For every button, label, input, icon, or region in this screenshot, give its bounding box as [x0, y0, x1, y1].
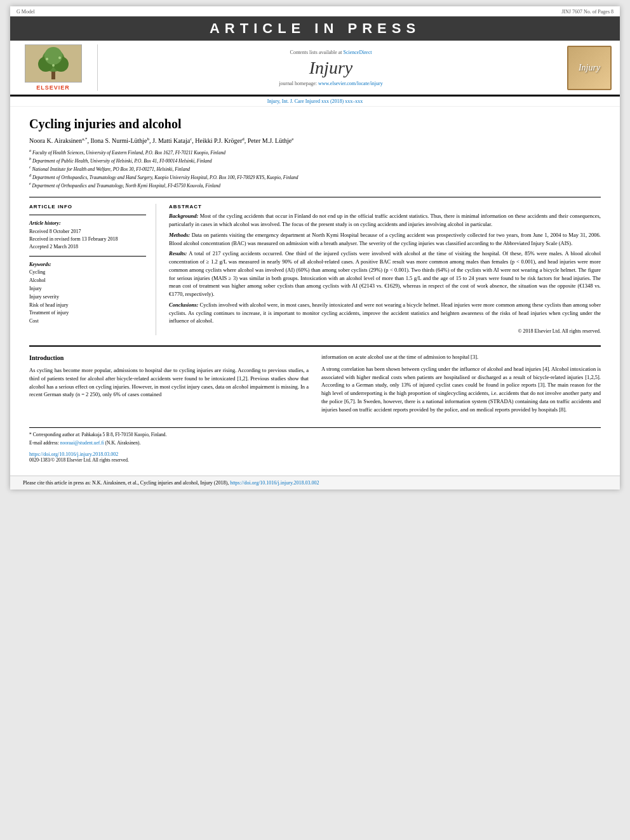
intro-title: Introduction	[29, 353, 309, 363]
results-label: Results:	[169, 250, 187, 257]
separator-line	[29, 197, 601, 197]
results-text: A total of 217 cycling accidents occurre…	[169, 250, 601, 297]
injury-badge-inner: Injury	[567, 46, 612, 90]
corresponding-author: * Corresponding author at: Pahkakuja 5 B…	[29, 432, 601, 439]
abstract-methods: Methods: Data on patients visiting the e…	[169, 231, 601, 248]
conclusions-label: Conclusions:	[169, 302, 198, 308]
abstract-results: Results: A total of 217 cycling accident…	[169, 250, 601, 298]
doi-link[interactable]: https://doi.org/10.1016/j.injury.2018.03…	[29, 451, 118, 457]
methods-text: Data on patients visiting the emergency …	[169, 232, 601, 246]
body-right-col: information on acute alcohol use at the …	[321, 353, 601, 417]
affiliation-d: d Department of Orthopaedics, Traumatolo…	[29, 173, 601, 181]
journal-homepage-link[interactable]: www.elsevier.com/locate/injury	[318, 81, 383, 86]
received-date: Received 8 October 2017	[29, 228, 146, 236]
body-para-right-2: A strong correlation has been shown betw…	[321, 365, 601, 414]
email-footnote: E-mail address: nooraai@student.uef.fi (…	[29, 440, 601, 447]
history-label: Article history:	[29, 220, 146, 226]
footnote-section: * Corresponding author at: Pahkakuja 5 B…	[29, 427, 601, 446]
abstract-background: Background: Most of the cycling accident…	[169, 212, 601, 229]
body-content: Introduction As cycling has become more …	[29, 345, 601, 463]
elsevier-text: ELSEVIER	[36, 84, 70, 91]
affiliation-b: b Department of Public Health, Universit…	[29, 156, 601, 164]
elsevier-tree-image	[25, 44, 82, 83]
copyright: © 2018 Elsevier Ltd. All rights reserved…	[169, 328, 601, 335]
injury-badge: Injury	[564, 44, 615, 91]
keyword-cost: Cost	[29, 317, 146, 326]
two-col-layout: ARTICLE INFO Article history: Received 8…	[29, 204, 601, 335]
authors-line: Noora K. Airaksinena,*, a,*, Ilona S. Nu…	[29, 137, 601, 144]
citation-line: Injury, Int. J. Care Injured xxx (2018) …	[10, 97, 620, 107]
journal-ref: JINJ 7607 No. of Pages 8	[561, 9, 613, 15]
article-info-sep	[29, 215, 146, 215]
methods-label: Methods:	[169, 232, 190, 238]
affiliation-a: a Faculty of Health Sciences, University…	[29, 148, 601, 156]
abstract-text: Background: Most of the cycling accident…	[169, 212, 601, 335]
body-left-text: As cycling has become more popular, admi…	[29, 366, 309, 399]
keywords-sep	[29, 256, 146, 257]
svg-point-6	[46, 58, 48, 60]
conclusions-text: Cyclists involved with alcohol were, in …	[169, 302, 601, 324]
article-info-heading: ARTICLE INFO	[29, 204, 146, 210]
article-in-press-bar: ARTICLE IN PRESS	[10, 17, 620, 41]
top-banner: G Model JINJ 7607 No. of Pages 8	[10, 6, 620, 17]
abstract-conclusions: Conclusions: Cyclists involved with alco…	[169, 301, 601, 325]
keyword-injury: Injury	[29, 285, 146, 293]
svg-point-7	[58, 57, 61, 59]
journal-title: Injury	[104, 58, 558, 78]
svg-point-5	[44, 47, 62, 65]
keyword-cycling: Cycling	[29, 269, 146, 277]
body-right-text: information on acute alcohol use at the …	[321, 353, 601, 413]
abstract-heading: ABSTRACT	[169, 204, 601, 210]
keyword-head-injury-risk: Risk of head injury	[29, 302, 146, 310]
svg-point-8	[52, 64, 55, 67]
science-direct-link[interactable]: ScienceDirect	[344, 50, 372, 55]
page: G Model JINJ 7607 No. of Pages 8 ARTICLE…	[10, 6, 620, 490]
affiliation-e: e Department of Orthopaedics and Traumat…	[29, 181, 601, 189]
journal-center: Contents lists available at ScienceDirec…	[104, 44, 558, 91]
g-model: G Model	[17, 9, 35, 15]
main-content: Cycling injuries and alcohol Noora K. Ai…	[10, 107, 620, 469]
body-left-col: Introduction As cycling has become more …	[29, 353, 309, 417]
elsevier-logo: ELSEVIER	[15, 44, 98, 91]
affiliations: a Faculty of Health Sciences, University…	[29, 148, 601, 189]
email-link[interactable]: nooraai@student.uef.fi	[60, 440, 104, 446]
background-label: Background:	[169, 213, 198, 219]
issn-line: 0020-1383/© 2018 Elsevier Ltd. All right…	[29, 457, 601, 463]
keyword-treatment: Treatment of injury	[29, 309, 146, 317]
affiliation-c: c National Institute for Health and Welf…	[29, 164, 601, 173]
citation-doi-link[interactable]: https://doi.org/10.1016/j.injury.2018.03…	[230, 480, 319, 486]
content-available: Contents lists available at ScienceDirec…	[104, 50, 558, 55]
doi-issn-section: https://doi.org/10.1016/j.injury.2018.03…	[29, 450, 601, 463]
body-para-right-1: information on acute alcohol use at the …	[321, 353, 601, 361]
keyword-alcohol: Alcohol	[29, 277, 146, 285]
svg-rect-1	[51, 70, 55, 79]
keywords-list: Cycling Alcohol Injury Injury severity R…	[29, 269, 146, 326]
abstract-col: ABSTRACT Background: Most of the cycling…	[169, 204, 601, 335]
body-two-col: Introduction As cycling has become more …	[29, 353, 601, 417]
body-para-1: As cycling has become more popular, admi…	[29, 366, 309, 399]
article-title: Cycling injuries and alcohol	[29, 117, 601, 131]
revised-date: Received in revised form 13 February 201…	[29, 236, 146, 243]
article-info-col: ARTICLE INFO Article history: Received 8…	[29, 204, 156, 335]
journal-header: ELSEVIER Contents lists available at Sci…	[10, 41, 620, 97]
keywords-label: Keywords:	[29, 262, 146, 267]
background-text: Most of the cycling accidents that occur…	[169, 213, 601, 227]
doi-link-line: https://doi.org/10.1016/j.injury.2018.03…	[29, 450, 601, 457]
citation-bar: Please cite this article in press as: N.…	[10, 476, 620, 490]
journal-homepage: journal homepage: www.elsevier.com/locat…	[104, 81, 558, 86]
accepted-date: Accepted 2 March 2018	[29, 243, 146, 251]
keyword-injury-severity: Injury severity	[29, 293, 146, 302]
